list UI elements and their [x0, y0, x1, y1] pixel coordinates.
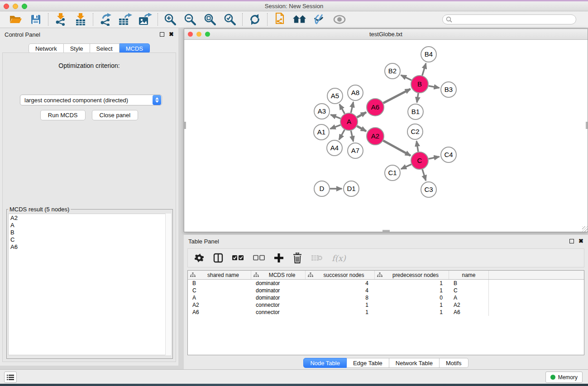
tab-motifs[interactable]: Motifs: [440, 358, 468, 368]
graph-edge-A-A2[interactable]: [357, 126, 366, 131]
import-table-icon[interactable]: [74, 13, 87, 26]
zoom-out-icon[interactable]: [183, 13, 197, 26]
attribute-icon: [377, 272, 382, 277]
graph-edge-A-A4[interactable]: [339, 130, 344, 140]
show-columns-icon[interactable]: [213, 253, 223, 263]
close-table-panel-icon[interactable]: ✖: [578, 239, 583, 243]
column-header-shared-name[interactable]: shared name: [188, 271, 251, 279]
network-window-titlebar[interactable]: testGlobe.txt: [184, 29, 588, 40]
graph-node-label-B: B: [417, 80, 422, 88]
network-canvas[interactable]: B4B2BB3A8A5A6A3B1AA1C2A2A4A7C4CC1C3DD1: [184, 40, 588, 232]
close-panel-icon[interactable]: ✖: [169, 32, 174, 37]
list-icon: [7, 374, 14, 381]
task-history-button[interactable]: [4, 372, 17, 383]
tab-network-table[interactable]: Network Table: [389, 358, 440, 368]
tab-mcds[interactable]: MCDS: [120, 43, 150, 53]
control-panel: Control Panel ✖ Network Style Select MCD…: [0, 28, 178, 366]
open-session-icon[interactable]: [9, 13, 23, 26]
close-panel-button[interactable]: Close panel: [92, 110, 139, 120]
list-item[interactable]: A: [9, 221, 171, 229]
search-input[interactable]: [452, 16, 565, 23]
table-row[interactable]: Adominator80A: [188, 294, 584, 301]
zoom-in-icon[interactable]: [163, 13, 177, 26]
graph-edge-C-C3[interactable]: [422, 169, 426, 181]
graph-edge-A2-C[interactable]: [383, 141, 411, 156]
graph-node-label-C4: C4: [444, 151, 453, 158]
column-header-successor-nodes[interactable]: successor nodes: [306, 271, 375, 279]
list-item[interactable]: A6: [9, 243, 171, 250]
table-row[interactable]: Cdominator41C: [188, 287, 584, 294]
node-table[interactable]: shared name MCDS role successor nodes pr…: [187, 270, 584, 355]
delete-table-icon: [311, 254, 323, 262]
attribute-icon: [308, 272, 313, 277]
tab-select[interactable]: Select: [90, 43, 120, 53]
float-panel-icon[interactable]: [160, 32, 164, 37]
list-item[interactable]: C: [9, 236, 171, 243]
tab-network[interactable]: Network: [29, 43, 64, 53]
run-mcds-button[interactable]: Run MCDS: [40, 110, 86, 120]
table-settings-gear-icon[interactable]: [194, 253, 204, 263]
hide-selected-icon[interactable]: [313, 13, 326, 26]
export-network-icon[interactable]: [99, 13, 112, 26]
graph-edge-B-B3[interactable]: [429, 86, 440, 88]
list-item[interactable]: B: [9, 229, 171, 236]
graph-edge-A-A5[interactable]: [339, 104, 344, 114]
left-resize-grip[interactable]: [184, 122, 186, 129]
graph-edge-B-B1[interactable]: [417, 93, 418, 102]
zoom-selected-icon[interactable]: [223, 13, 237, 26]
graph-node-label-D: D: [320, 185, 325, 192]
memory-status-icon: [550, 375, 555, 380]
go-home-icon[interactable]: [293, 13, 306, 26]
graph-edge-C-C1[interactable]: [401, 164, 411, 169]
graph-edge-A-A6[interactable]: [357, 112, 366, 117]
status-bar: Memory: [0, 369, 588, 384]
tab-edge-table[interactable]: Edge Table: [347, 358, 389, 368]
save-session-icon[interactable]: [29, 13, 43, 26]
table-row[interactable]: A6connector11A6: [188, 309, 584, 316]
graph-node-label-A7: A7: [351, 147, 359, 154]
network-graph[interactable]: B4B2BB3A8A5A6A3B1AA1C2A2A4A7C4CC1C3DD1: [184, 40, 588, 232]
float-table-panel-icon[interactable]: [569, 239, 574, 243]
optimization-criterion-select[interactable]: largest connected component (directed): [20, 95, 162, 105]
import-network-icon[interactable]: [54, 13, 67, 26]
graph-edge-A6-B[interactable]: [383, 89, 411, 103]
graph-node-label-C3: C3: [424, 186, 433, 193]
mcds-result-list[interactable]: A2 A B C A6: [8, 214, 171, 355]
zoom-fit-icon[interactable]: [203, 13, 217, 26]
bottom-resize-grip[interactable]: [382, 230, 390, 232]
result-list-scrollbar[interactable]: [165, 214, 171, 355]
show-all-eye-icon[interactable]: [333, 13, 346, 26]
unselect-all-icon[interactable]: [253, 255, 265, 261]
graph-edge-A-A8[interactable]: [351, 102, 353, 113]
select-all-icon[interactable]: [232, 255, 244, 261]
graph-node-label-C2: C2: [411, 128, 419, 135]
column-header-predecessor-nodes[interactable]: predecessor nodes: [375, 271, 449, 279]
delete-column-trash-icon[interactable]: [293, 253, 302, 263]
column-header-mcds-role[interactable]: MCDS role: [251, 271, 306, 279]
list-item[interactable]: A2: [9, 214, 171, 221]
memory-button[interactable]: Memory: [545, 372, 583, 383]
clone-network-icon[interactable]: [273, 13, 287, 26]
search-field[interactable]: [442, 14, 576, 24]
tab-node-table[interactable]: Node Table: [303, 358, 347, 368]
right-resize-grip[interactable]: [586, 122, 588, 129]
table-panel-title: Table Panel: [188, 238, 219, 245]
table-row[interactable]: A2connector11A2: [188, 301, 584, 309]
corner-resize-grip[interactable]: [582, 226, 588, 232]
desktop-wallpaper-strip: [0, 384, 588, 386]
add-column-icon[interactable]: [274, 253, 284, 263]
graph-edge-B-B2[interactable]: [401, 75, 411, 80]
export-table-icon[interactable]: [119, 13, 132, 26]
graph-edge-C-C4[interactable]: [429, 157, 440, 159]
graph-edge-A-A3[interactable]: [331, 115, 341, 119]
graph-node-label-A5: A5: [331, 92, 339, 100]
graph-edge-C-C2[interactable]: [416, 141, 418, 152]
column-header-name[interactable]: name: [449, 271, 489, 279]
table-row[interactable]: Bdominator41B: [188, 280, 584, 287]
export-image-icon[interactable]: [139, 13, 152, 26]
graph-edge-A-A7[interactable]: [351, 131, 353, 142]
graph-edge-A-A1[interactable]: [330, 125, 341, 129]
refresh-layout-icon[interactable]: [248, 13, 262, 26]
tab-style[interactable]: Style: [64, 43, 90, 53]
graph-edge-B-B4[interactable]: [422, 63, 426, 76]
